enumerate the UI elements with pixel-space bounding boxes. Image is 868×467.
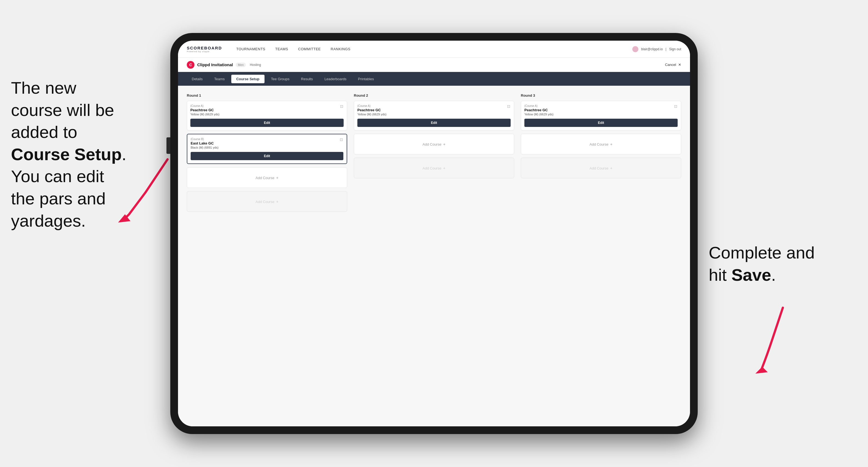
round2-course-a-card: ⊡ (Course A) Peachtree GC Yellow (M) (66… [354,101,514,130]
svg-marker-1 [755,367,768,374]
cancel-label: Cancel [665,63,676,67]
tab-printables[interactable]: Printables [353,75,379,83]
round1-course-b-card: ⊡ (Course B) East Lake GC Black (M) (689… [187,134,347,164]
logo-scoreboard: SCOREBOARD [187,45,222,50]
tablet-frame: SCOREBOARD Powered by clippd TOURNAMENTS… [170,33,698,434]
tab-bar: Details Teams Course Setup Tee Groups Re… [178,72,690,86]
round2-course-a-label: (Course A) [358,104,510,107]
annotation-right: Complete and hit Save. [709,242,824,286]
round1-course-a-name: Peachtree GC [190,108,344,112]
tournament-gender: Men [236,63,246,67]
round-2-column: Round 2 ⊡ (Course A) Peachtree GC Yellow… [354,93,514,215]
nav-teams[interactable]: TEAMS [275,47,288,51]
round3-course-a-delete-icon[interactable]: ⊡ [673,104,678,109]
annotation-right-line1: Complete and [709,243,815,262]
round1-course-b-name: East Lake GC [191,141,343,145]
nav-committee[interactable]: COMMITTEE [298,47,321,51]
round1-course-b-delete-icon[interactable]: ⊡ [339,137,344,142]
tournament-bar: C Clippd Invitational Men Hosting Cancel… [178,58,690,72]
round1-add-course-card-2: Add Course+ [187,191,347,212]
round1-add-plus-icon-2: + [276,199,279,204]
arrow-left-icon [102,154,179,225]
rounds-grid: Round 1 ⊡ (Course A) Peachtree GC Yellow… [187,93,681,215]
round1-course-b-edit-button[interactable]: Edit [191,152,343,160]
round3-add-course-text: Add Course [589,142,609,147]
tournament-name: Clippd Invitational [197,62,233,67]
round-2-title: Round 2 [354,93,514,97]
logo-sub: Powered by clippd [187,50,222,53]
user-email: blair@clippd.io [641,47,663,51]
annotation-line3: added to [11,123,77,142]
annotation-right-line2-plain: hit [709,266,732,284]
round1-course-a-delete-icon[interactable]: ⊡ [339,104,344,109]
round3-course-a-details: Yellow (M) (6629 yds) [524,113,678,116]
round1-add-course-label: Add Course+ [255,175,278,180]
tab-details[interactable]: Details [187,75,208,83]
tab-results[interactable]: Results [296,75,318,83]
round2-add-course-text-2: Add Course [423,166,441,170]
round3-add-course-card[interactable]: Add Course+ [521,134,681,154]
round3-course-a-name: Peachtree GC [524,108,678,112]
annotation-line1: The new [11,78,76,97]
round1-course-b-details: Black (M) (6891 yds) [191,146,343,149]
round2-add-course-card[interactable]: Add Course+ [354,134,514,154]
round1-course-a-card: ⊡ (Course A) Peachtree GC Yellow (M) (66… [187,101,347,130]
round-3-column: Round 3 ⊡ (Course A) Peachtree GC Yellow… [521,93,681,215]
nav-tournaments[interactable]: TOURNAMENTS [236,47,265,51]
cancel-icon: ✕ [678,63,681,67]
nav-separator: | [665,47,666,51]
tournament-left: C Clippd Invitational Men Hosting [187,61,261,69]
round3-course-a-label: (Course A) [524,104,678,107]
round2-add-course-text: Add Course [423,142,441,147]
round2-add-plus-icon: + [443,142,445,147]
round1-add-plus-icon: + [276,175,279,180]
round1-add-course-text-2: Add Course [255,200,274,204]
logo-area: SCOREBOARD Powered by clippd [187,45,222,53]
round1-add-course-label-2: Add Course+ [255,199,278,204]
round3-course-a-card: ⊡ (Course A) Peachtree GC Yellow (M) (66… [521,101,681,130]
round3-add-course-text-2: Add Course [589,166,609,170]
round-1-column: Round 1 ⊡ (Course A) Peachtree GC Yellow… [187,93,347,215]
cancel-area[interactable]: Cancel ✕ [665,63,681,67]
round2-add-course-label-2: Add Course+ [423,166,445,170]
round1-add-course-card[interactable]: Add Course+ [187,167,347,188]
tab-tee-groups[interactable]: Tee Groups [266,75,294,83]
annotation-right-save-bold: Save [732,266,771,284]
round3-add-plus-icon-2: + [610,166,613,170]
annotation-line2: course will be [11,100,114,120]
clippd-logo: C [187,61,194,69]
annotation-right-suffix: . [771,266,776,284]
round3-add-course-label: Add Course+ [589,142,612,147]
round-3-title: Round 3 [521,93,681,97]
annotation-line7: yardages. [11,211,86,230]
round1-course-a-details: Yellow (M) (6629 yds) [190,113,344,116]
content-area: Round 1 ⊡ (Course A) Peachtree GC Yellow… [178,86,690,426]
tab-course-setup[interactable]: Course Setup [231,75,265,83]
round3-course-a-edit-button[interactable]: Edit [524,119,678,127]
round2-course-a-name: Peachtree GC [358,108,510,112]
round2-add-course-label: Add Course+ [423,142,445,147]
top-nav: SCOREBOARD Powered by clippd TOURNAMENTS… [178,41,690,58]
round3-add-course-label-2: Add Course+ [589,166,612,170]
round1-course-b-label: (Course B) [191,137,343,141]
tournament-hosting: Hosting [250,63,261,67]
round1-course-a-edit-button[interactable]: Edit [190,119,344,127]
round1-course-a-label: (Course A) [190,104,344,107]
sign-out-link[interactable]: Sign out [669,47,681,51]
round-1-title: Round 1 [187,93,347,97]
round2-course-a-delete-icon[interactable]: ⊡ [506,104,511,109]
nav-rankings[interactable]: RANKINGS [331,47,350,51]
round2-course-a-edit-button[interactable]: Edit [358,119,510,127]
nav-right: blair@clippd.io | Sign out [632,46,681,52]
round3-add-plus-icon: + [610,142,613,147]
round1-add-course-text: Add Course [255,176,274,180]
tablet-side-button [166,137,170,154]
round2-add-plus-icon-2: + [443,166,445,170]
tablet-screen: SCOREBOARD Powered by clippd TOURNAMENTS… [178,41,690,426]
tab-leaderboards[interactable]: Leaderboards [319,75,351,83]
tab-teams[interactable]: Teams [209,75,229,83]
round2-course-a-details: Yellow (M) (6629 yds) [358,113,510,116]
annotation-line5: You can edit [11,167,104,186]
arrow-right-icon [717,302,794,379]
avatar [632,46,639,52]
